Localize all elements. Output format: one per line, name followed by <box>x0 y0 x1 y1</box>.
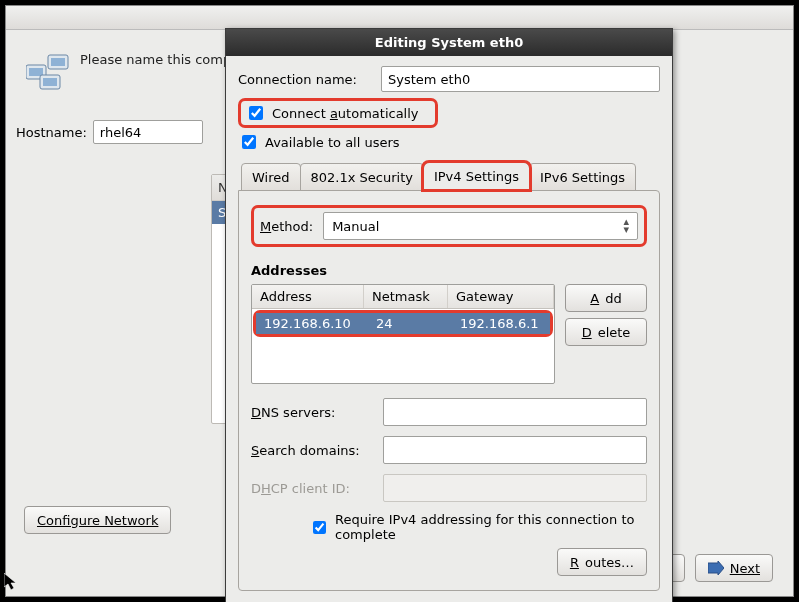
address-cell-netmask: 24 <box>368 313 452 334</box>
require-ipv4-row: Require IPv4 addressing for this connect… <box>309 512 647 542</box>
routes-button[interactable]: Routes… <box>557 548 647 576</box>
delete-address-button[interactable]: Delete <box>565 318 647 346</box>
method-highlight: Method: Manual ▴▾ <box>251 205 647 247</box>
arrow-right-icon <box>708 561 724 575</box>
window-topbar <box>6 6 793 30</box>
addresses-heading: Addresses <box>251 263 647 278</box>
tab-ipv6-settings[interactable]: IPv6 Settings <box>529 163 636 191</box>
hostname-row: Hostname: <box>16 120 203 144</box>
connection-name-input[interactable] <box>381 66 660 92</box>
table-row[interactable]: 192.168.6.10 24 192.168.6.1 <box>256 313 550 334</box>
addresses-buttons: Add Delete <box>565 284 647 384</box>
svg-marker-7 <box>708 561 724 575</box>
dhcp-client-id-input <box>383 474 647 502</box>
connect-automatically-highlight: Connect automatically <box>238 98 438 128</box>
dialog-title: Editing System eth0 <box>226 29 672 56</box>
method-value: Manual <box>332 219 379 234</box>
addresses-table[interactable]: Address Netmask Gateway 192.168.6.10 24 … <box>251 284 555 384</box>
address-row-highlight: 192.168.6.10 24 192.168.6.1 <box>253 310 553 337</box>
method-label: Method: <box>260 219 313 234</box>
available-to-all-label: Available to all users <box>265 135 400 150</box>
editing-connection-dialog: Editing System eth0 Connection name: Con… <box>225 28 673 602</box>
search-domains-label: Search domains: <box>251 443 383 458</box>
addresses-col-address[interactable]: Address <box>252 285 364 308</box>
dns-servers-label: DNS servers: <box>251 405 383 420</box>
configure-network-label: Configure Network <box>37 513 158 528</box>
addresses-block: Addresses Address Netmask Gateway 192.16… <box>251 263 647 384</box>
mouse-cursor-icon <box>4 573 18 594</box>
hostname-label: Hostname: <box>16 125 87 140</box>
svg-marker-8 <box>4 573 16 590</box>
add-address-button[interactable]: Add <box>565 284 647 312</box>
configure-network-button[interactable]: Configure Network <box>24 506 171 534</box>
chevron-updown-icon: ▴▾ <box>623 218 629 234</box>
addresses-col-netmask[interactable]: Netmask <box>364 285 448 308</box>
svg-rect-5 <box>43 78 57 86</box>
addresses-header-row: Address Netmask Gateway <box>252 285 554 309</box>
svg-rect-3 <box>51 58 65 66</box>
addresses-col-gateway[interactable]: Gateway <box>448 285 554 308</box>
tab-bar: Wired 802.1x Security IPv4 Settings IPv6… <box>238 162 660 190</box>
search-domains-input[interactable] <box>383 436 647 464</box>
tab-wired[interactable]: Wired <box>241 163 301 191</box>
address-cell-gateway: 192.168.6.1 <box>452 313 550 334</box>
tab-ipv4-settings[interactable]: IPv4 Settings <box>423 162 530 190</box>
next-button[interactable]: Next <box>695 554 773 582</box>
method-select[interactable]: Manual ▴▾ <box>323 212 638 240</box>
ipv4-form-grid: DNS servers: Search domains: DHCP client… <box>251 398 647 502</box>
connection-name-row: Connection name: <box>238 66 660 92</box>
dns-servers-input[interactable] <box>383 398 647 426</box>
hostname-input[interactable] <box>93 120 203 144</box>
address-cell-address: 192.168.6.10 <box>256 313 368 334</box>
connect-automatically-checkbox[interactable] <box>249 106 263 120</box>
require-ipv4-checkbox[interactable] <box>313 521 326 534</box>
ipv4-settings-panel: Method: Manual ▴▾ Addresses Address Netm… <box>238 190 660 591</box>
connection-name-label: Connection name: <box>238 72 373 87</box>
available-to-all-row: Available to all users <box>238 132 660 152</box>
network-icon <box>26 51 72 91</box>
next-label: Next <box>730 561 760 576</box>
require-ipv4-label: Require IPv4 addressing for this connect… <box>335 512 647 542</box>
available-to-all-checkbox[interactable] <box>242 135 256 149</box>
dhcp-client-id-label: DHCP client ID: <box>251 481 383 496</box>
tab-8021x-security[interactable]: 802.1x Security <box>300 163 424 191</box>
connect-automatically-label: Connect automatically <box>272 106 419 121</box>
